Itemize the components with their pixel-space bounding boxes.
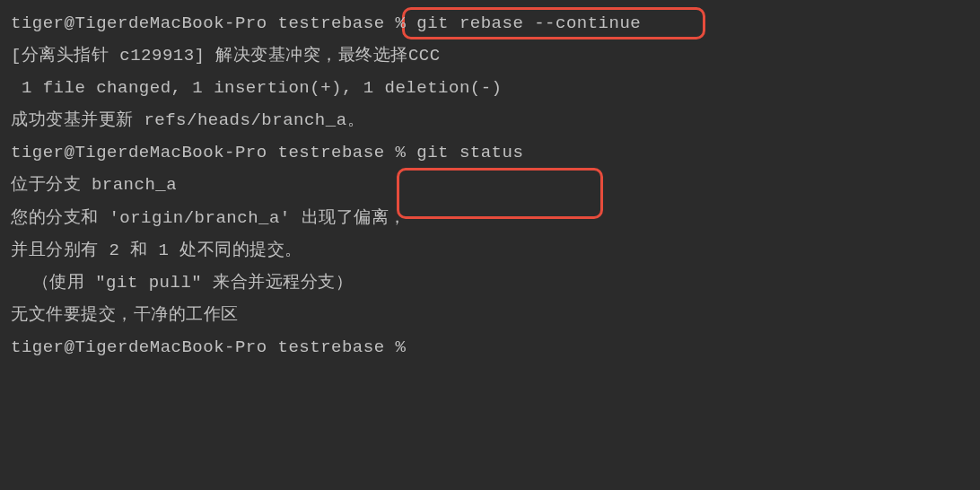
terminal-prompt[interactable]: tiger@TigerdeMacBook-Pro testrebase % xyxy=(11,331,969,363)
terminal-line: （使用 "git pull" 来合并远程分支） xyxy=(11,267,969,299)
terminal-line: tiger@TigerdeMacBook-Pro testrebase % gi… xyxy=(11,7,969,39)
terminal-line: 无文件要提交，干净的工作区 xyxy=(11,299,969,331)
terminal-window[interactable]: tiger@TigerdeMacBook-Pro testrebase % gi… xyxy=(11,7,969,363)
terminal-line: 成功变基并更新 refs/heads/branch_a。 xyxy=(11,104,969,136)
terminal-line: 1 file changed, 1 insertion(+), 1 deleti… xyxy=(11,72,969,104)
terminal-line: tiger@TigerdeMacBook-Pro testrebase % gi… xyxy=(11,136,969,169)
terminal-line: 您的分支和 'origin/branch_a' 出现了偏离， xyxy=(11,202,969,234)
terminal-line: 并且分别有 2 和 1 处不同的提交。 xyxy=(11,234,969,267)
terminal-line: [分离头指针 c129913] 解决变基冲突，最终选择CCC xyxy=(11,39,969,72)
terminal-line: 位于分支 branch_a xyxy=(11,169,969,201)
